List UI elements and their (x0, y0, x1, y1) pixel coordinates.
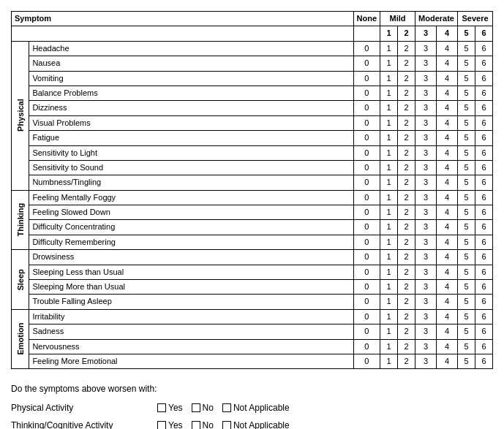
score-2[interactable]: 2 (398, 339, 415, 354)
score-2[interactable]: 2 (398, 101, 415, 115)
thinking-no-option[interactable]: No (192, 420, 214, 429)
score-2[interactable]: 2 (398, 205, 415, 220)
score-0[interactable]: 0 (353, 295, 380, 309)
score-1[interactable]: 1 (380, 145, 398, 160)
score-1[interactable]: 1 (380, 175, 398, 190)
score-1[interactable]: 1 (380, 339, 398, 354)
score-4[interactable]: 4 (437, 250, 458, 265)
score-0[interactable]: 0 (353, 339, 380, 354)
score-5[interactable]: 5 (458, 71, 475, 86)
score-0[interactable]: 0 (353, 101, 380, 115)
score-0[interactable]: 0 (353, 280, 380, 295)
score-0[interactable]: 0 (353, 41, 380, 56)
score-5[interactable]: 5 (458, 265, 475, 279)
score-5[interactable]: 5 (458, 324, 475, 339)
score-5[interactable]: 5 (458, 56, 475, 71)
thinking-yes-option[interactable]: Yes (157, 420, 183, 429)
score-3[interactable]: 3 (415, 190, 437, 205)
score-2[interactable]: 2 (398, 354, 415, 368)
score-5[interactable]: 5 (458, 160, 475, 175)
score-6[interactable]: 6 (475, 280, 493, 295)
score-1[interactable]: 1 (380, 220, 398, 235)
score-1[interactable]: 1 (380, 354, 398, 368)
score-1[interactable]: 1 (380, 115, 398, 130)
score-0[interactable]: 0 (353, 131, 380, 145)
score-1[interactable]: 1 (380, 250, 398, 265)
score-4[interactable]: 4 (437, 160, 458, 175)
score-4[interactable]: 4 (437, 190, 458, 205)
score-3[interactable]: 3 (415, 115, 437, 130)
score-1[interactable]: 1 (380, 205, 398, 220)
score-5[interactable]: 5 (458, 131, 475, 145)
score-1[interactable]: 1 (380, 86, 398, 100)
score-6[interactable]: 6 (475, 354, 493, 368)
score-2[interactable]: 2 (398, 324, 415, 339)
score-5[interactable]: 5 (458, 205, 475, 220)
score-5[interactable]: 5 (458, 145, 475, 160)
score-5[interactable]: 5 (458, 190, 475, 205)
score-0[interactable]: 0 (353, 56, 380, 71)
score-6[interactable]: 6 (475, 235, 493, 249)
score-3[interactable]: 3 (415, 265, 437, 279)
score-2[interactable]: 2 (398, 131, 415, 145)
score-1[interactable]: 1 (380, 309, 398, 324)
score-1[interactable]: 1 (380, 190, 398, 205)
score-5[interactable]: 5 (458, 309, 475, 324)
score-3[interactable]: 3 (415, 220, 437, 235)
score-0[interactable]: 0 (353, 145, 380, 160)
score-6[interactable]: 6 (475, 250, 493, 265)
score-2[interactable]: 2 (398, 250, 415, 265)
score-6[interactable]: 6 (475, 190, 493, 205)
score-1[interactable]: 1 (380, 324, 398, 339)
score-3[interactable]: 3 (415, 131, 437, 145)
score-0[interactable]: 0 (353, 175, 380, 190)
score-6[interactable]: 6 (475, 160, 493, 175)
score-0[interactable]: 0 (353, 250, 380, 265)
score-5[interactable]: 5 (458, 280, 475, 295)
score-4[interactable]: 4 (437, 71, 458, 86)
score-4[interactable]: 4 (437, 265, 458, 279)
physical-yes-option[interactable]: Yes (157, 403, 183, 413)
score-5[interactable]: 5 (458, 175, 475, 190)
score-4[interactable]: 4 (437, 295, 458, 309)
thinking-na-option[interactable]: Not Applicable (222, 420, 290, 429)
score-4[interactable]: 4 (437, 175, 458, 190)
score-5[interactable]: 5 (458, 86, 475, 100)
physical-yes-checkbox[interactable] (157, 403, 166, 412)
score-0[interactable]: 0 (353, 115, 380, 130)
score-6[interactable]: 6 (475, 115, 493, 130)
score-3[interactable]: 3 (415, 339, 437, 354)
score-6[interactable]: 6 (475, 101, 493, 115)
score-2[interactable]: 2 (398, 295, 415, 309)
score-3[interactable]: 3 (415, 235, 437, 249)
score-0[interactable]: 0 (353, 220, 380, 235)
score-2[interactable]: 2 (398, 41, 415, 56)
score-6[interactable]: 6 (475, 265, 493, 279)
score-2[interactable]: 2 (398, 309, 415, 324)
score-2[interactable]: 2 (398, 265, 415, 279)
score-4[interactable]: 4 (437, 145, 458, 160)
score-1[interactable]: 1 (380, 56, 398, 71)
score-4[interactable]: 4 (437, 280, 458, 295)
score-2[interactable]: 2 (398, 56, 415, 71)
physical-na-option[interactable]: Not Applicable (222, 403, 290, 413)
score-6[interactable]: 6 (475, 220, 493, 235)
score-6[interactable]: 6 (475, 205, 493, 220)
score-4[interactable]: 4 (437, 101, 458, 115)
score-4[interactable]: 4 (437, 354, 458, 368)
score-2[interactable]: 2 (398, 115, 415, 130)
score-4[interactable]: 4 (437, 115, 458, 130)
score-3[interactable]: 3 (415, 101, 437, 115)
score-5[interactable]: 5 (458, 250, 475, 265)
score-3[interactable]: 3 (415, 250, 437, 265)
score-3[interactable]: 3 (415, 160, 437, 175)
score-6[interactable]: 6 (475, 309, 493, 324)
score-3[interactable]: 3 (415, 86, 437, 100)
score-3[interactable]: 3 (415, 295, 437, 309)
score-3[interactable]: 3 (415, 324, 437, 339)
score-1[interactable]: 1 (380, 235, 398, 249)
score-0[interactable]: 0 (353, 190, 380, 205)
score-0[interactable]: 0 (353, 265, 380, 279)
score-2[interactable]: 2 (398, 220, 415, 235)
score-5[interactable]: 5 (458, 220, 475, 235)
